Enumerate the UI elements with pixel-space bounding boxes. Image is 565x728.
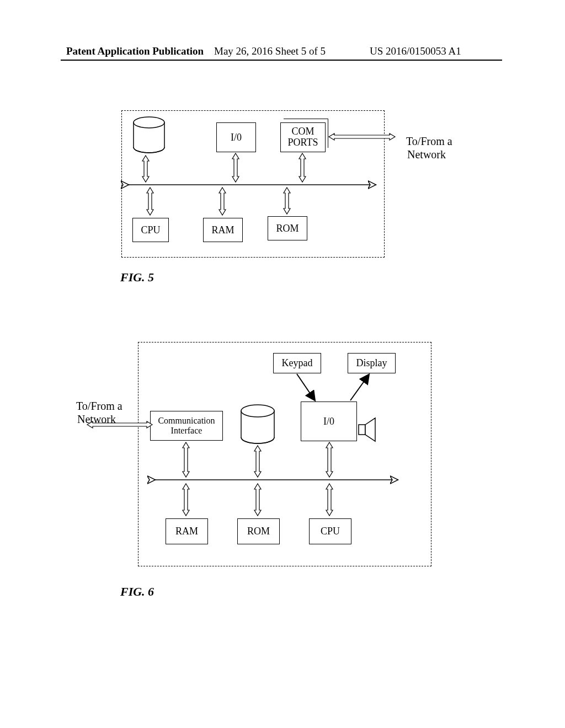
svg-line-6	[350, 375, 369, 400]
fig6-arrows	[0, 0, 565, 728]
fig6-caption: FIG. 6	[120, 585, 154, 599]
svg-line-5	[297, 374, 315, 400]
